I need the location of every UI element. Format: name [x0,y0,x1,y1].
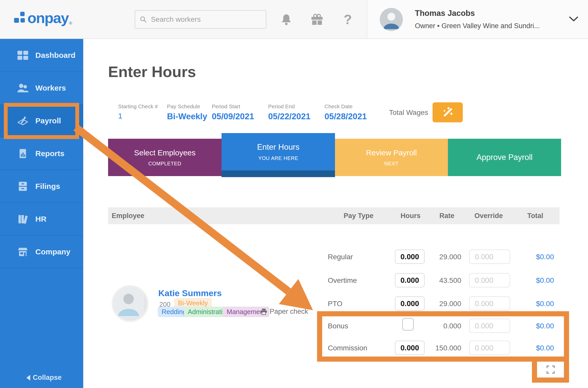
search-icon [140,16,147,23]
user-avatar[interactable] [380,8,403,31]
collapse-arrow-icon [26,375,30,381]
column-header-pay-type: Pay Type [344,212,374,220]
employee-name-link[interactable]: Katie Summers [158,288,222,298]
onpay-logo-mark-icon [14,9,27,27]
onpay-app: onpay ® ? [0,0,588,388]
step-review-payroll[interactable]: Review Payroll NEXT [335,139,448,176]
column-header-hours: Hours [401,212,421,220]
hours-input[interactable] [395,250,425,264]
override-input[interactable] [469,250,510,264]
field-value[interactable]: 05/28/2021 [324,112,367,121]
override-input[interactable] [469,273,510,287]
search-input[interactable] [150,15,261,24]
rate-value: 150.000 [425,344,461,352]
sidebar-item-filings[interactable]: Filings [0,170,83,203]
user-name: Thomas Jacobs [415,9,475,18]
employee-avatar [112,285,149,322]
pay-type-label: Bonus [328,322,348,330]
period-end-field: Period End 05/22/2021 [268,103,310,121]
person-photo-placeholder-icon [113,287,144,317]
sidebar-item-payroll[interactable]: Payroll [0,104,83,137]
sidebar-item-workers[interactable]: Workers [0,72,83,104]
magic-wand-icon [441,106,454,119]
dashboard-icon [17,50,29,60]
rate-value: 0.000 [425,322,461,330]
sidebar-item-label: Company [35,247,70,256]
account-menu-toggle[interactable] [569,16,578,23]
step-status: YOU ARE HERE [258,155,298,161]
gift-button[interactable] [310,13,324,26]
active-step-underline [222,170,335,177]
sidebar-item-label: Filings [35,182,60,191]
sidebar-item-label: Reports [35,149,64,158]
row-total: $0.00 [517,276,554,285]
override-input[interactable] [469,341,510,355]
bonus-checkbox[interactable] [402,318,414,331]
sidebar-item-label: Payroll [35,116,61,125]
row-total: $0.00 [517,344,554,352]
notifications-button[interactable] [280,13,293,26]
payment-method-label: Paper check [270,308,308,316]
override-input[interactable] [469,296,510,311]
field-value[interactable]: 05/22/2021 [268,112,310,121]
page-title: Enter Hours [108,63,196,81]
sidebar-item-dashboard[interactable]: Dashboard [0,39,83,72]
sidebar-collapse-button[interactable]: Collapse [26,374,62,382]
field-value[interactable]: 1 [118,112,158,120]
step-label: Review Payroll [366,148,417,157]
expand-fullscreen-icon [546,365,555,374]
hours-input[interactable] [395,296,425,311]
filings-icon [17,181,29,191]
bell-icon [281,13,292,26]
hours-input[interactable] [395,341,425,355]
search-workers-box[interactable] [135,10,266,29]
total-wages-label: Total Wages [389,109,428,117]
onpay-logo[interactable]: onpay ® [14,9,72,27]
step-label: Select Employees [134,148,195,157]
step-label: Enter Hours [257,143,299,152]
help-icon: ? [344,13,352,26]
sidebar-item-reports[interactable]: Reports [0,137,83,170]
field-value[interactable]: Bi-Weekly [167,112,207,121]
step-enter-hours[interactable]: Enter Hours YOU ARE HERE [222,133,335,170]
field-value[interactable]: 05/09/2021 [212,112,254,121]
pay-row-pto: PTO 29.000 $0.00 [317,293,562,314]
printer-icon [260,308,267,315]
step-label: Approve Payroll [477,153,533,162]
sidebar: Dashboard Workers Payroll [0,39,83,388]
pay-row-overtime: Overtime 43.500 $0.00 [317,270,562,291]
chevron-down-icon [569,16,578,22]
payment-method: Paper check [260,308,308,316]
workers-icon [17,83,29,93]
expand-rows-button[interactable] [537,362,564,378]
step-select-employees[interactable]: Select Employees COMPLETED [108,139,222,176]
topbar-divider [367,0,367,38]
row-total: $0.00 [517,300,554,308]
collapse-label: Collapse [33,374,62,382]
help-button[interactable]: ? [341,13,354,26]
override-input[interactable] [469,319,510,333]
field-label: Period End [268,103,310,110]
annotation-box-expand [532,362,569,383]
sidebar-item-label: HR [35,215,46,223]
pay-type-label: Commission [328,344,367,352]
rate-value: 29.000 [425,253,461,261]
check-date-field: Check Date 05/28/2021 [324,103,367,121]
row-total: $0.00 [517,322,554,330]
pay-row-regular: Regular 29.000 $0.00 [317,246,562,267]
step-approve-payroll[interactable]: Approve Payroll [448,139,561,176]
step-status: NEXT [384,161,398,167]
pay-row-commission: Commission 150.000 $0.00 [317,337,562,358]
sidebar-item-hr[interactable]: HR [0,203,83,235]
pay-schedule-field: Pay Schedule Bi-Weekly [167,103,207,121]
column-header-override: Override [474,212,503,220]
hours-input[interactable] [395,273,425,287]
autofill-wand-button[interactable] [433,102,463,122]
person-photo-placeholder-icon [380,8,403,31]
pay-type-label: PTO [328,300,342,308]
sidebar-item-company[interactable]: Company [0,235,83,268]
pay-type-label: Regular [328,253,353,261]
sidebar-item-label: Dashboard [35,51,76,60]
rate-value: 29.000 [425,300,461,308]
hr-books-icon [17,214,29,224]
